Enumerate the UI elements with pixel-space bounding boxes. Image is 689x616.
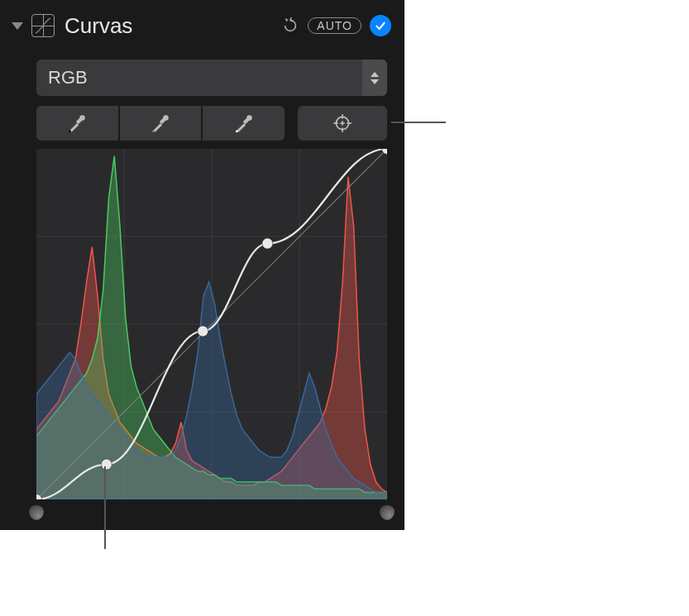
eyedropper-toolbar — [36, 106, 387, 141]
svg-point-6 — [152, 130, 155, 132]
svg-point-3 — [69, 130, 71, 132]
black-point-eyedropper-button[interactable] — [36, 106, 118, 141]
curves-panel: Curvas AUTO RGB — [0, 0, 404, 530]
panel-header: Curvas AUTO — [12, 12, 391, 40]
svg-point-27 — [262, 238, 273, 249]
reset-button[interactable] — [280, 15, 301, 36]
crosshair-plus-icon — [332, 112, 353, 134]
black-point-handle[interactable] — [29, 505, 44, 520]
undo-arrow-icon — [281, 17, 299, 35]
eyedropper-icon — [233, 112, 255, 134]
callout-leader — [391, 122, 446, 123]
svg-point-26 — [198, 326, 208, 337]
svg-point-9 — [235, 130, 237, 132]
enabled-toggle[interactable] — [370, 15, 391, 36]
checkmark-icon — [374, 19, 387, 32]
channel-select[interactable]: RGB — [36, 60, 387, 96]
stepper-arrows-icon — [362, 60, 387, 96]
auto-button[interactable]: AUTO — [308, 17, 361, 34]
channel-select-value: RGB — [36, 60, 362, 96]
svg-point-8 — [246, 115, 252, 121]
eyedropper-icon — [150, 112, 171, 134]
white-point-handle[interactable] — [380, 505, 395, 520]
svg-point-2 — [80, 115, 86, 121]
callout-leader — [104, 466, 106, 549]
tone-range-slider[interactable] — [36, 505, 387, 523]
panel-title: Curvas — [65, 13, 280, 39]
svg-point-25 — [101, 459, 112, 470]
white-point-eyedropper-button[interactable] — [203, 106, 285, 141]
gray-point-eyedropper-button[interactable] — [120, 106, 202, 141]
svg-point-5 — [163, 115, 169, 121]
svg-marker-0 — [285, 18, 289, 22]
eyedropper-icon — [66, 112, 88, 134]
add-curve-point-button[interactable] — [298, 106, 387, 141]
curves-panel-icon — [31, 14, 55, 37]
disclosure-triangle-icon[interactable] — [12, 22, 23, 30]
curves-histogram[interactable] — [36, 149, 387, 499]
